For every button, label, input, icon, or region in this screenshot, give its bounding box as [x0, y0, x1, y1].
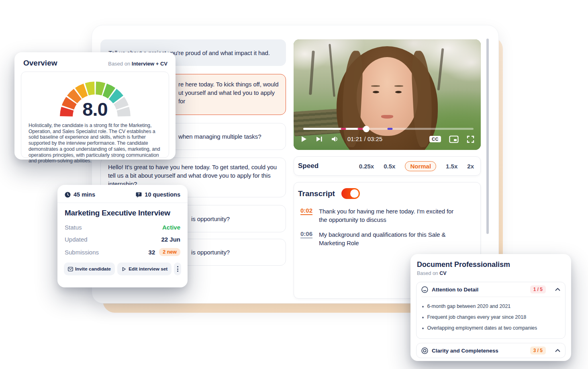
speed-option-normal[interactable]: Normal: [405, 161, 436, 171]
candidate-face: [357, 57, 418, 136]
chevron-up-icon[interactable]: [555, 288, 560, 291]
finding-item: Frequent job changes every year since 20…: [422, 312, 560, 323]
transcript-timestamp[interactable]: 0:02: [300, 207, 312, 215]
question-count-meta: ? 10 questions: [136, 191, 180, 198]
clock-icon: [65, 192, 71, 198]
smiley-icon: [421, 286, 428, 293]
transcript-text: My background and qualifications for thi…: [319, 230, 459, 247]
document-professionalism-card: Document Professionalism Based on CV Att…: [410, 254, 571, 361]
captions-icon[interactable]: CC: [429, 136, 441, 142]
transcript-title: Transcript: [298, 189, 335, 198]
invite-candidate-button[interactable]: Invite candidate: [64, 262, 115, 275]
interview-set-card: 45 mins ? 10 questions Marketing Executi…: [57, 185, 188, 287]
status-row: Status Active: [65, 224, 180, 231]
target-icon: [421, 347, 428, 354]
page: Tell us about a project you're proud of …: [0, 0, 588, 369]
row-label: Submissions: [65, 249, 99, 256]
finding-item: Overlapping employment dates at two comp…: [422, 323, 560, 334]
overview-based-on: Based on Interview + CV: [108, 61, 167, 67]
overview-score-box: 8.0 Holistically, the candidate is a str…: [21, 72, 169, 158]
finding-text: Overlapping employment dates at two comp…: [427, 325, 537, 331]
accordion-title: Clarity and Completeness: [432, 348, 498, 354]
transcript-row: 0:06 My background and qualifications fo…: [300, 230, 474, 247]
bullet-dot: [422, 306, 424, 308]
chevron-up-icon[interactable]: [555, 349, 560, 352]
video-time: 01:21 / 03:25: [347, 136, 382, 142]
accordion-clarity-completeness: Clarity and Completeness 3 / 5: [416, 343, 566, 358]
finding-item: 6-month gap between 2020 and 2021: [422, 301, 560, 312]
bullet-dot: [422, 328, 424, 329]
toggle-knob: [350, 189, 359, 198]
fullscreen-icon[interactable]: [467, 135, 474, 143]
seek-marker[interactable]: [341, 128, 346, 130]
progress-fill: [303, 128, 366, 130]
svg-text:?: ?: [138, 192, 140, 196]
duration-meta: 45 mins: [65, 191, 95, 198]
accordion-attention-to-detail: Attention to Detail 1 / 5 6-month gap be…: [416, 282, 566, 339]
speed-option-15x[interactable]: 1.5x: [446, 163, 457, 170]
interview-set-title: Marketing Executive Interview: [65, 209, 180, 217]
seek-marker[interactable]: [358, 128, 363, 130]
video-controls: 01:21 / 03:25 CC: [300, 131, 474, 147]
panel-scrollbar[interactable]: [486, 39, 489, 234]
new-submissions-badge: 2 new: [159, 248, 180, 256]
envelope-icon: [68, 267, 73, 271]
speed-options: 0.25x 0.5x Normal 1.5x 2x: [359, 161, 474, 171]
next-track-icon[interactable]: [315, 135, 323, 143]
submissions-count: 32: [149, 249, 155, 256]
status-badge: Active: [162, 224, 180, 231]
updated-row: Updated 22 Jun: [65, 236, 180, 243]
docprof-title: Document Professionalism: [417, 260, 566, 269]
question-text: is opportunity?: [191, 215, 230, 223]
candidate-video-player[interactable]: 01:21 / 03:25 CC: [294, 39, 481, 150]
transcript-timestamp[interactable]: 0:06: [300, 230, 312, 238]
bullet-dot: [422, 317, 424, 318]
updated-date: 22 Jun: [161, 236, 180, 243]
overview-title: Overview: [23, 59, 57, 68]
question-text: is opportunity?: [191, 248, 230, 256]
docprof-based-on: Based on CV: [417, 271, 566, 276]
finding-text: 6-month gap between 2020 and 2021: [427, 303, 511, 310]
speed-label: Speed: [298, 162, 318, 170]
submissions-row: Submissions 32 2 new: [65, 248, 180, 256]
accordion-header[interactable]: Attention to Detail 1 / 5: [416, 282, 565, 297]
accordion-title: Attention to Detail: [432, 287, 478, 293]
row-label: Updated: [65, 236, 88, 243]
kebab-icon: [177, 266, 178, 272]
eyebrow: [371, 85, 380, 87]
overall-score: 8.0: [55, 100, 135, 119]
video-progress-bar[interactable]: [303, 128, 474, 130]
overview-summary: Holistically, the candidate is a strong …: [21, 119, 169, 164]
score-gauge: 8.0: [55, 78, 135, 119]
more-options-button[interactable]: [174, 262, 181, 275]
accordion-header[interactable]: Clarity and Completeness 3 / 5: [416, 343, 565, 358]
pip-icon[interactable]: [449, 135, 459, 143]
play-outline-icon: [121, 266, 127, 272]
score-badge: 3 / 5: [530, 346, 546, 355]
overview-card: Overview Based on Interview + CV 8.0 Hol…: [14, 52, 176, 160]
speed-option-2x[interactable]: 2x: [467, 163, 474, 170]
seek-marker[interactable]: [388, 128, 393, 130]
transcript-toggle[interactable]: [341, 188, 360, 199]
question-bubble-icon: ?: [136, 192, 142, 198]
eyebrow: [394, 85, 403, 87]
eye: [373, 91, 379, 93]
transcript-row: 0:02 Thank you for having me here today.…: [300, 207, 474, 224]
accordion-body: 6-month gap between 2020 and 2021 Freque…: [416, 297, 565, 338]
volume-icon[interactable]: [331, 135, 339, 143]
question-text: re here today. To kick things off, would…: [178, 80, 280, 105]
play-icon[interactable]: [300, 135, 307, 143]
question-text: Hello! It's great to have you here today…: [108, 163, 278, 188]
row-label: Status: [65, 224, 82, 231]
question-text: when managing multiple tasks?: [178, 132, 261, 141]
transcript-text: Thank you for having me here today. I'm …: [319, 207, 459, 224]
speed-option-05x[interactable]: 0.5x: [384, 163, 395, 170]
speed-panel: Speed 0.25x 0.5x Normal 1.5x 2x: [294, 156, 481, 176]
speed-option-025x[interactable]: 0.25x: [359, 163, 374, 170]
finding-text: Frequent job changes every year since 20…: [427, 314, 527, 320]
mouth: [381, 115, 393, 119]
score-badge: 1 / 5: [530, 285, 546, 293]
edit-interview-set-button[interactable]: Edit interview set: [117, 262, 172, 275]
eye: [395, 91, 402, 93]
